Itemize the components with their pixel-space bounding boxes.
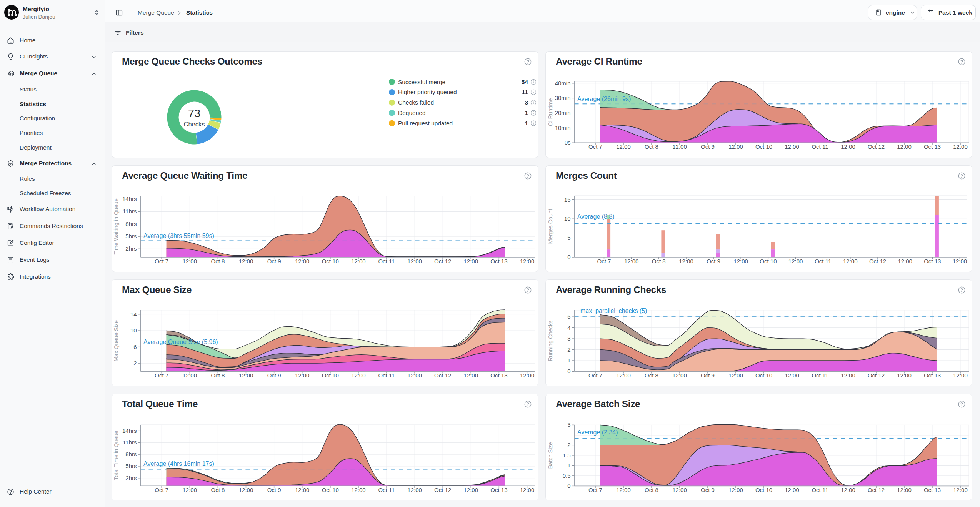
svg-text:12:00: 12:00: [841, 372, 855, 379]
svg-text:12:00: 12:00: [351, 487, 366, 493]
svg-text:Oct 7: Oct 7: [588, 487, 602, 493]
svg-text:12:00: 12:00: [520, 258, 535, 264]
svg-text:12:00: 12:00: [616, 143, 631, 150]
svg-text:Average Queue Size (5.96): Average Queue Size (5.96): [143, 339, 218, 345]
svg-text:Average (4hrs 16min 17s): Average (4hrs 16min 17s): [143, 460, 214, 467]
svg-text:Oct 9: Oct 9: [267, 372, 281, 379]
svg-text:30min: 30min: [555, 95, 571, 101]
svg-text:8hrs: 8hrs: [125, 221, 137, 227]
svg-text:12:00: 12:00: [733, 258, 748, 264]
svg-text:11hrs: 11hrs: [123, 208, 137, 214]
svg-text:12:00: 12:00: [728, 143, 743, 150]
svg-text:Oct 12: Oct 12: [434, 258, 451, 264]
svg-text:Oct 8: Oct 8: [645, 487, 658, 493]
svg-text:Oct 12: Oct 12: [869, 258, 886, 264]
svg-text:8hrs: 8hrs: [125, 451, 137, 457]
svg-text:12:00: 12:00: [464, 487, 478, 493]
svg-text:14hrs: 14hrs: [122, 427, 137, 434]
svg-text:1: 1: [525, 110, 528, 116]
svg-text:14: 14: [130, 311, 137, 317]
svg-text:Average (8.8): Average (8.8): [577, 213, 615, 220]
svg-text:Dequeued: Dequeued: [398, 110, 426, 116]
svg-text:Oct 12: Oct 12: [434, 372, 451, 379]
svg-text:Max Queue Size: Max Queue Size: [113, 320, 119, 361]
svg-text:Oct 9: Oct 9: [701, 143, 715, 150]
svg-text:Oct 9: Oct 9: [267, 487, 281, 493]
svg-text:Oct 7: Oct 7: [155, 372, 168, 379]
svg-text:Average (3hrs 55min 59s): Average (3hrs 55min 59s): [143, 233, 214, 239]
svg-text:12:00: 12:00: [785, 487, 799, 493]
svg-text:Time Waiting in Queue: Time Waiting in Queue: [113, 198, 119, 254]
svg-text:14hrs: 14hrs: [122, 196, 137, 202]
svg-text:Oct 8: Oct 8: [211, 372, 225, 379]
svg-text:1: 1: [567, 357, 570, 364]
svg-text:5: 5: [567, 313, 570, 320]
svg-text:Oct 7: Oct 7: [155, 487, 168, 493]
svg-text:Oct 9: Oct 9: [707, 258, 720, 264]
svg-text:Average (2.34): Average (2.34): [577, 429, 618, 436]
svg-text:Successful merge: Successful merge: [398, 79, 445, 85]
svg-text:12:00: 12:00: [672, 143, 687, 150]
svg-text:40min: 40min: [555, 80, 571, 86]
svg-text:12:00: 12:00: [953, 372, 968, 379]
svg-text:10: 10: [564, 215, 571, 222]
svg-text:12:00: 12:00: [407, 372, 422, 379]
svg-text:0: 0: [567, 368, 570, 374]
svg-text:0.5: 0.5: [563, 472, 571, 479]
svg-text:12:00: 12:00: [679, 258, 693, 264]
svg-text:12:00: 12:00: [624, 258, 639, 264]
svg-text:12:00: 12:00: [239, 487, 253, 493]
svg-text:12:00: 12:00: [788, 258, 803, 264]
svg-text:12:00: 12:00: [672, 372, 687, 379]
svg-text:11: 11: [522, 89, 528, 95]
svg-text:12:00: 12:00: [897, 372, 912, 379]
svg-text:Oct 12: Oct 12: [868, 487, 885, 493]
svg-text:1.5: 1.5: [563, 452, 571, 459]
svg-text:5hrs: 5hrs: [125, 233, 137, 239]
svg-text:12:00: 12:00: [672, 487, 687, 493]
svg-text:Oct 11: Oct 11: [812, 372, 828, 379]
svg-text:Total Time in Queue: Total Time in Queue: [113, 431, 119, 480]
svg-text:Oct 10: Oct 10: [322, 487, 339, 493]
svg-text:12:00: 12:00: [520, 372, 535, 379]
svg-text:Oct 8: Oct 8: [211, 487, 225, 493]
svg-text:max_parallel_checks (5): max_parallel_checks (5): [580, 308, 647, 314]
svg-text:4: 4: [567, 324, 570, 331]
svg-text:Oct 10: Oct 10: [755, 143, 772, 150]
svg-text:12:00: 12:00: [785, 143, 799, 150]
svg-text:73: 73: [188, 107, 200, 120]
svg-text:3: 3: [525, 99, 528, 106]
svg-text:12:00: 12:00: [841, 143, 855, 150]
svg-text:Oct 10: Oct 10: [760, 258, 777, 264]
svg-text:5: 5: [567, 234, 570, 241]
svg-text:12:00: 12:00: [239, 258, 253, 264]
svg-text:Oct 10: Oct 10: [322, 372, 339, 379]
svg-text:Oct 7: Oct 7: [597, 258, 611, 264]
svg-text:Oct 9: Oct 9: [267, 258, 281, 264]
svg-text:12:00: 12:00: [183, 487, 197, 493]
svg-text:Oct 10: Oct 10: [322, 258, 339, 264]
svg-text:CI Runtime: CI Runtime: [547, 98, 553, 126]
svg-text:12:00: 12:00: [897, 487, 912, 493]
svg-text:0s: 0s: [565, 139, 571, 146]
svg-text:54: 54: [522, 79, 528, 85]
svg-text:6: 6: [133, 344, 137, 350]
svg-text:Average (26min 9s): Average (26min 9s): [577, 96, 631, 102]
svg-text:Oct 8: Oct 8: [645, 372, 658, 379]
svg-text:Oct 10: Oct 10: [755, 372, 772, 379]
svg-text:12:00: 12:00: [953, 143, 968, 150]
svg-text:Batch Size: Batch Size: [547, 442, 553, 469]
svg-text:12:00: 12:00: [295, 258, 310, 264]
svg-text:12:00: 12:00: [464, 372, 478, 379]
svg-text:Oct 11: Oct 11: [812, 487, 828, 493]
svg-text:Oct 13: Oct 13: [924, 143, 941, 150]
svg-text:1: 1: [567, 462, 570, 469]
svg-text:Pull request updated: Pull request updated: [398, 120, 453, 126]
svg-text:Oct 7: Oct 7: [588, 372, 602, 379]
svg-text:12:00: 12:00: [843, 258, 858, 264]
svg-text:12:00: 12:00: [295, 372, 310, 379]
svg-text:Oct 12: Oct 12: [434, 487, 451, 493]
svg-text:Oct 13: Oct 13: [490, 487, 507, 493]
svg-text:Oct 13: Oct 13: [490, 372, 507, 379]
svg-text:Oct 8: Oct 8: [211, 258, 225, 264]
